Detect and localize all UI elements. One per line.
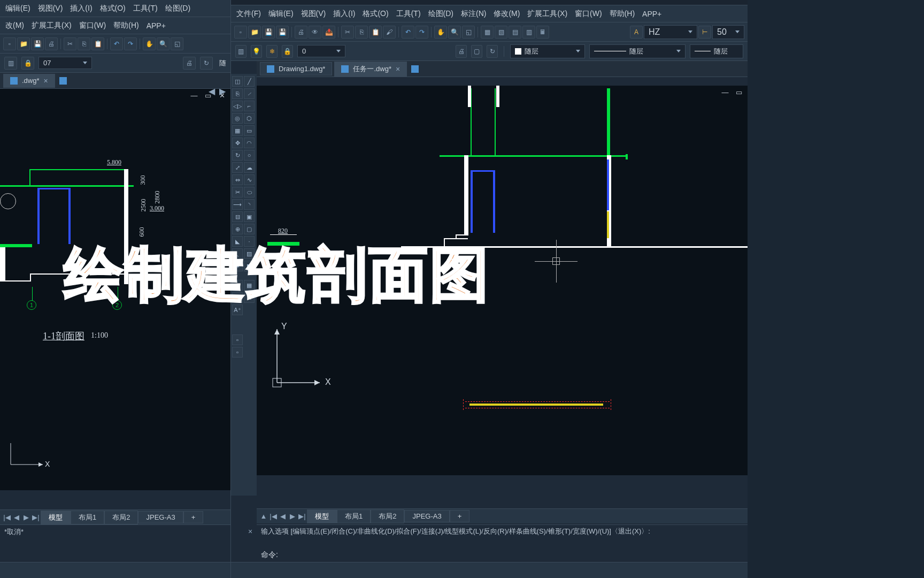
collapse-icon[interactable]: ▲ <box>259 511 268 522</box>
tab-add[interactable]: + <box>183 511 204 523</box>
extend-icon[interactable]: ⟶ <box>232 199 243 210</box>
rotate-icon[interactable]: ↻ <box>232 150 243 161</box>
revcloud-icon[interactable]: ☁ <box>244 162 255 173</box>
saveas-icon[interactable]: 💾 <box>276 26 289 39</box>
cmd-close-icon[interactable]: × <box>248 527 252 536</box>
menu-modify[interactable]: 改(M) <box>3 20 26 32</box>
redo-icon[interactable]: ↷ <box>124 37 137 50</box>
maximize-icon[interactable]: ▭ <box>734 88 744 96</box>
menu-draw[interactable]: 绘图(D) <box>426 8 456 20</box>
menu-view[interactable]: 视图(V) <box>36 3 65 14</box>
tab-last-icon[interactable]: ▶| <box>31 512 41 523</box>
print-icon[interactable]: 🖨 <box>45 37 58 50</box>
menu-dimension[interactable]: 标注(N) <box>459 8 488 20</box>
left-command-area[interactable]: *取消* <box>0 524 230 562</box>
new-tab-button[interactable] <box>409 63 421 75</box>
spline-icon[interactable]: ∿ <box>244 174 255 185</box>
font-dropdown[interactable]: HZ <box>644 25 697 39</box>
tab-model[interactable]: 模型 <box>41 511 71 524</box>
size-dropdown[interactable]: 50 <box>712 25 744 39</box>
layer-lock-icon[interactable]: 🔒 <box>21 57 34 70</box>
move-icon[interactable]: ✥ <box>232 138 243 148</box>
layer-dropdown[interactable]: 07 <box>38 57 92 69</box>
preview-icon[interactable]: 👁 <box>309 26 321 39</box>
array-icon[interactable]: ▦ <box>232 125 243 136</box>
tools-palette-icon[interactable]: ▤ <box>509 26 521 39</box>
layer-on-icon[interactable]: 💡 <box>251 45 262 58</box>
lineweight-dropdown[interactable]: 随层 <box>690 44 743 58</box>
text-style-icon[interactable]: A <box>630 26 643 39</box>
tab-layout2[interactable]: 布局2 <box>104 511 138 524</box>
menu-help[interactable]: 帮助(H) <box>111 20 141 32</box>
pan-icon[interactable]: ✋ <box>143 37 156 50</box>
rect-icon[interactable]: ▭ <box>244 125 255 136</box>
dim-style-icon[interactable]: ⊢ <box>698 26 711 39</box>
zoom-icon[interactable]: 🔍 <box>157 37 170 50</box>
tab-layout1[interactable]: 布局1 <box>71 511 104 524</box>
layer-iso-icon[interactable]: ▢ <box>471 45 482 58</box>
erase-icon[interactable]: ◫ <box>232 76 243 87</box>
extra2-icon[interactable]: ▫ <box>232 347 243 358</box>
menu-insert[interactable]: 插入(I) <box>68 3 94 14</box>
menu-modify[interactable]: 修改(M) <box>491 8 522 20</box>
menu-format[interactable]: 格式(O) <box>360 8 390 20</box>
offset-icon[interactable]: ◎ <box>232 113 243 124</box>
cut-icon[interactable]: ✂ <box>341 26 354 39</box>
layer-props-icon[interactable]: ▥ <box>235 45 247 58</box>
insert-icon[interactable]: ▣ <box>244 211 255 222</box>
block-icon[interactable]: ▢ <box>244 224 255 234</box>
redo-icon[interactable]: ↷ <box>415 26 428 39</box>
doc-tab[interactable]: .dwg* × <box>3 74 55 88</box>
copy-icon[interactable]: ⎘ <box>78 37 90 50</box>
menu-window[interactable]: 窗口(W) <box>573 8 604 20</box>
circle-icon[interactable]: ○ <box>244 150 255 161</box>
stretch-icon[interactable]: ⇔ <box>232 174 243 185</box>
publish-icon[interactable]: 📤 <box>322 26 335 39</box>
tab-add[interactable]: + <box>450 510 470 522</box>
print-icon[interactable]: 🖨 <box>295 26 307 39</box>
nav-left-icon[interactable]: ◀ <box>207 89 217 96</box>
xline-icon[interactable]: ⟋ <box>244 88 255 99</box>
design-center-icon[interactable]: ▧ <box>495 26 507 39</box>
tab-jpeg[interactable]: JPEG-A3 <box>138 511 183 523</box>
open-icon[interactable]: 📁 <box>17 37 30 50</box>
trim-icon[interactable]: ✂ <box>232 187 243 197</box>
menu-edit[interactable]: 编辑(E) <box>3 3 33 14</box>
tab-first-icon[interactable]: |◀ <box>2 512 12 523</box>
layer-cycle-icon[interactable]: ↻ <box>487 45 498 58</box>
break-icon[interactable]: ⊟ <box>232 211 243 222</box>
zoom-window-icon[interactable]: ◱ <box>171 37 183 50</box>
menu-format[interactable]: 格式(O) <box>98 3 128 14</box>
pan-icon[interactable]: ✋ <box>434 26 447 39</box>
sheet-set-icon[interactable]: ▥ <box>522 26 535 39</box>
copy-icon[interactable]: ⎘ <box>232 88 243 99</box>
color-dropdown[interactable]: 随层 <box>510 44 585 58</box>
layer-lock-icon[interactable]: 🔒 <box>282 45 293 58</box>
zoom-icon[interactable]: 🔍 <box>448 26 461 39</box>
tab-next-icon[interactable]: ▶ <box>21 512 31 523</box>
tab-first-icon[interactable]: |◀ <box>268 511 278 522</box>
tab-jpeg[interactable]: JPEG-A3 <box>404 510 449 522</box>
cmd-prompt[interactable]: 命令: <box>261 550 743 560</box>
minimize-icon[interactable]: — <box>720 88 730 96</box>
linetype-dropdown[interactable]: 随层 <box>589 44 686 58</box>
tab-prev-icon[interactable]: ◀ <box>278 511 288 522</box>
doc-tab-2[interactable]: 任务一.dwg* × <box>334 62 407 77</box>
polygon-icon[interactable]: ⬡ <box>244 113 255 124</box>
new-icon[interactable]: ▫ <box>234 26 247 39</box>
scale-icon[interactable]: ⤢ <box>232 162 243 173</box>
layer-props-icon[interactable]: ▥ <box>4 57 17 70</box>
new-icon[interactable]: ▫ <box>3 37 16 50</box>
minimize-icon[interactable]: — <box>189 91 199 100</box>
zoom-window-icon[interactable]: ◱ <box>462 26 475 39</box>
open-icon[interactable]: 📁 <box>248 26 261 39</box>
nav-right-icon[interactable]: ▶ <box>218 89 227 96</box>
tab-next-icon[interactable]: ▶ <box>288 511 297 522</box>
tab-model[interactable]: 模型 <box>307 509 337 523</box>
print-icon2[interactable]: 🖨 <box>183 57 196 70</box>
menu-exttools[interactable]: 扩展工具(X) <box>29 20 74 32</box>
calc-icon[interactable]: 🖩 <box>536 26 549 39</box>
tab-last-icon[interactable]: ▶| <box>297 511 307 522</box>
undo-icon[interactable]: ↶ <box>110 37 123 50</box>
paste-icon[interactable]: 📋 <box>369 26 382 39</box>
